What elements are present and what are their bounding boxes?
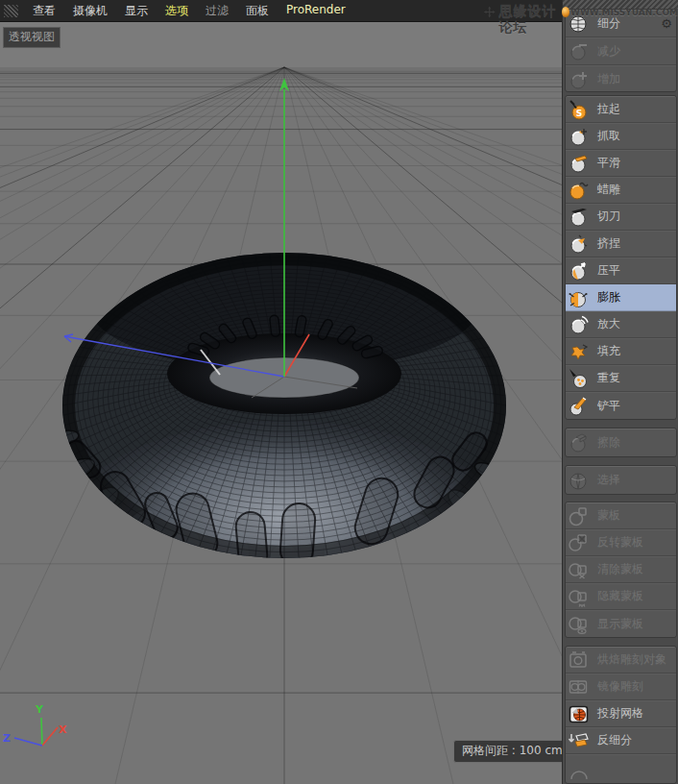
tool-label: 放大: [597, 316, 620, 332]
tool-擦除: 擦除: [566, 429, 676, 456]
scrape-icon: [568, 394, 591, 417]
tool-拉起[interactable]: S 拉起: [566, 96, 676, 123]
tool-label: 减少: [597, 43, 620, 60]
show-mask-icon: [568, 612, 591, 635]
tool-挤捏[interactable]: 挤捏: [566, 231, 676, 257]
tool-选择: 选择: [566, 466, 676, 494]
tool-反细分[interactable]: 反细分: [566, 727, 676, 754]
axis-label-z: Z: [3, 732, 11, 745]
tool-label: 选择: [597, 472, 620, 488]
flatten-icon: [568, 259, 591, 282]
invert-mask-icon: [568, 531, 591, 554]
tool-label: 压平: [597, 262, 620, 279]
unsubdivide-icon: [568, 729, 591, 752]
tool-细分[interactable]: 细分⚙: [566, 10, 676, 37]
wax-icon: [568, 179, 591, 202]
panel-grip-icon[interactable]: [4, 5, 18, 17]
tool-反转蒙板: 反转蒙板: [566, 529, 676, 556]
grid-spacing-badge: 网格间距 : 100 cm: [453, 740, 571, 763]
tool-label: 增加: [597, 71, 620, 87]
tool-增加: 增加: [566, 65, 676, 92]
tool-label: 抓取: [597, 128, 620, 144]
viewport-menubar: 查看摄像机显示选项过滤面板ProRender: [0, 0, 562, 22]
tool-label: 擦除: [597, 434, 620, 451]
tool-投射网格[interactable]: 投射网格: [566, 700, 676, 727]
tool-烘焙雕刻对象: 烘焙雕刻对象: [566, 647, 676, 674]
pinch-icon: [568, 233, 591, 256]
menu-item-3[interactable]: 显示: [116, 0, 157, 22]
sidebar-grip-texture: [563, 0, 678, 9]
tool-label: 蜡雕: [597, 182, 620, 198]
pull-icon: S: [568, 98, 591, 121]
tool-放大[interactable]: 放大: [566, 311, 676, 338]
tool-label: 显示蒙板: [597, 616, 643, 632]
inflate-icon: [568, 286, 591, 309]
partial-sphere-icon: [568, 756, 591, 779]
tool-蜡雕[interactable]: 蜡雕: [566, 177, 676, 204]
tool-label: 镜像雕刻: [597, 678, 643, 695]
mirror-sculpt-icon: [568, 675, 591, 698]
menu-item-1[interactable]: 查看: [24, 0, 64, 22]
tool-铲平[interactable]: 铲平: [566, 392, 676, 419]
tool-label: 反转蒙板: [597, 534, 643, 551]
menu-item-6[interactable]: 面板: [237, 0, 278, 22]
tool-label: 拉起: [597, 101, 620, 117]
tool-隐藏蒙板: 隐藏蒙板: [566, 583, 676, 610]
tool-镜像雕刻: 镜像雕刻: [566, 674, 676, 700]
tool-膨胀[interactable]: 膨胀: [566, 284, 676, 311]
sculpt-tool-sidebar: 细分⚙ 减少 增加 S 拉起 抓取 平滑 蜡雕 切刀 挤捏 压平 膨胀: [562, 0, 678, 784]
tool-label: 填充: [597, 343, 620, 359]
tool-group-1: 细分⚙ 减少 增加: [565, 9, 677, 92]
knife-icon: [568, 206, 591, 229]
project-mesh-icon: [568, 702, 591, 725]
tool-group-6: 烘焙雕刻对象 镜像雕刻 投射网格 反细分: [565, 646, 677, 784]
tool-label: 烘焙雕刻对象: [597, 651, 666, 668]
tool-label: 切刀: [597, 208, 620, 225]
tool-减少: 减少: [566, 37, 676, 65]
tool-label: 投射网格: [597, 705, 643, 722]
tool-蒙板: 蒙板: [566, 502, 676, 529]
tool-label: 隐藏蒙板: [597, 588, 643, 604]
menu-item-5[interactable]: 过滤: [197, 0, 237, 22]
repeat-icon: [568, 367, 591, 390]
hide-mask-icon: [568, 585, 591, 608]
axis-label-y: Y: [35, 703, 44, 716]
select-icon: [568, 469, 591, 492]
viewport-canvas: YXZ: [0, 22, 562, 784]
axis-label-x: X: [59, 723, 67, 736]
tool-label: 清除蒙板: [597, 561, 643, 577]
gear-icon[interactable]: ⚙: [661, 17, 672, 30]
tool-清除蒙板: 清除蒙板: [566, 556, 676, 583]
tool-切刀[interactable]: 切刀: [566, 204, 676, 231]
menu-item-4[interactable]: 选项: [157, 0, 197, 22]
grab-icon: [568, 125, 591, 148]
tool-抓取[interactable]: 抓取: [566, 123, 676, 150]
tool-group-5: 蒙板 反转蒙板 清除蒙板 隐藏蒙板 显示蒙板: [565, 502, 677, 638]
tool-填充[interactable]: 填充: [566, 338, 676, 365]
menu-item-2[interactable]: 摄像机: [64, 0, 116, 22]
tool-label: 重复: [597, 370, 620, 386]
tool-label: 铲平: [597, 398, 620, 414]
tool-显示蒙板: 显示蒙板: [566, 610, 676, 637]
tool-label: 反细分: [597, 732, 632, 748]
tool-平滑[interactable]: 平滑: [566, 150, 676, 177]
tool-label: 膨胀: [597, 289, 620, 306]
tool-label: 细分: [597, 15, 620, 32]
fill-icon: [568, 340, 591, 363]
tool-label: 平滑: [597, 155, 620, 171]
perspective-viewport[interactable]: YXZ: [0, 22, 562, 784]
tool-label: 蒙板: [597, 507, 620, 524]
tool-group-2: S 拉起 抓取 平滑 蜡雕 切刀 挤捏 压平 膨胀 放大填充 重复: [565, 95, 677, 420]
svg-text:S: S: [576, 109, 582, 118]
bake-sculpt-icon: [568, 649, 591, 672]
tool-压平[interactable]: 压平: [566, 257, 676, 284]
view-label[interactable]: 透视视图: [3, 27, 61, 48]
tool-partial: [566, 754, 676, 781]
menu-item-7[interactable]: ProRender: [278, 0, 354, 22]
tool-group-3: 擦除: [565, 428, 677, 457]
erase-icon: [568, 431, 591, 454]
subdivide-icon: [568, 12, 591, 35]
clear-mask-icon: [568, 558, 591, 581]
tool-重复[interactable]: 重复: [566, 365, 676, 392]
tool-group-4: 选择: [565, 465, 677, 495]
